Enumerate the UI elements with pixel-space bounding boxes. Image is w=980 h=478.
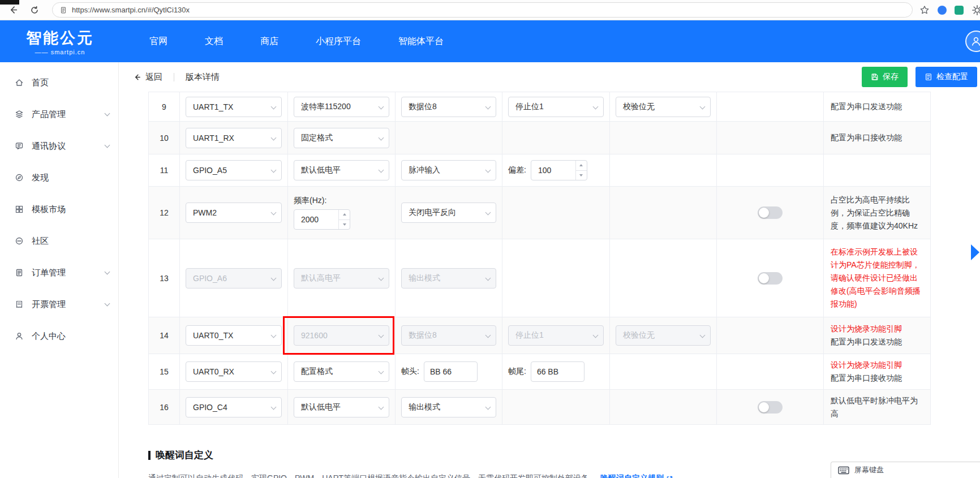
sidebar-item-orders[interactable]: 订单管理: [0, 257, 118, 288]
increment-button[interactable]: [339, 210, 350, 219]
table-row: 15 UART0_RX 配置格式 帧头: 帧尾:: [149, 354, 930, 390]
logo-subtitle: —— smartpi.cn: [35, 49, 85, 55]
pin-select[interactable]: UART0_RX: [186, 361, 282, 382]
document-check-icon: [925, 73, 932, 81]
level-invert-select[interactable]: 关闭电平反向: [401, 203, 496, 223]
chevron-down-icon: [485, 275, 491, 281]
toggle-switch[interactable]: [758, 401, 783, 414]
panel-expand-arrow[interactable]: [971, 244, 979, 260]
chevron-down-icon: [379, 404, 384, 410]
select-value: 输出模式: [409, 402, 482, 412]
pin-select[interactable]: UART0_TX: [186, 325, 282, 346]
chevron-down-icon: [485, 333, 491, 338]
sidebar-item-community[interactable]: 社区: [0, 225, 118, 257]
row-description: 默认低电平时脉冲电平为高: [831, 394, 925, 420]
sidebar-item-invoices[interactable]: 开票管理: [0, 288, 118, 320]
pin-select[interactable]: UART1_TX: [186, 97, 282, 117]
frame-tail-input[interactable]: [531, 361, 584, 382]
user-avatar[interactable]: [965, 31, 980, 52]
decrement-button[interactable]: [576, 170, 587, 180]
frame-head-input[interactable]: [424, 361, 478, 382]
pin-cell: UART1_RX: [180, 122, 288, 154]
settings-gear-icon[interactable]: [972, 5, 980, 16]
document-icon: [15, 268, 24, 277]
databits-select[interactable]: 数据位8: [401, 97, 496, 117]
chevron-down-icon: [379, 275, 384, 281]
nav-item-docs[interactable]: 文档: [205, 36, 223, 48]
increment-button[interactable]: [576, 161, 587, 170]
pin-select[interactable]: GPIO_A5: [186, 160, 282, 180]
pin-select: GPIO_A6: [186, 268, 282, 288]
stopbits-select[interactable]: 停止位1: [508, 97, 604, 117]
mode-cell: 输出模式: [396, 390, 502, 425]
sidebar-item-template-market[interactable]: 模板市场: [0, 193, 118, 225]
screen-keyboard-widget[interactable]: 屏幕键盘: [831, 462, 980, 478]
pin-select[interactable]: PWM2: [186, 203, 282, 223]
window-corner: [0, 0, 19, 5]
chevron-down-icon: [271, 167, 277, 173]
empty-cell: [717, 317, 824, 354]
format-cell: 配置格式: [288, 354, 396, 389]
wake-rules-link[interactable]: 唤醒词自定义规则: [600, 473, 673, 478]
sidebar-item-protocol[interactable]: 通讯协议: [0, 130, 118, 162]
chevron-down-icon: [271, 104, 277, 109]
format-select[interactable]: 固定格式: [294, 128, 389, 148]
back-link[interactable]: 返回: [133, 72, 162, 83]
sidebar-item-discover[interactable]: 发现: [0, 162, 118, 193]
browser-refresh-button[interactable]: [26, 2, 43, 19]
toggle-switch[interactable]: [758, 272, 783, 285]
default-level-select[interactable]: 默认低电平: [294, 397, 389, 417]
format-select[interactable]: 配置格式: [294, 361, 389, 382]
toggle-cell: [717, 390, 824, 425]
nav-item-official[interactable]: 官网: [149, 36, 167, 48]
extension-icon-green[interactable]: [955, 6, 964, 15]
baud-select[interactable]: 波特率115200: [294, 97, 389, 117]
site-logo[interactable]: 智能公元 —— smartpi.cn: [0, 28, 120, 55]
caret-up-icon: [579, 164, 583, 166]
mode-cell: 输出模式: [396, 239, 502, 317]
desc-cell: 设计为烧录功能引脚 配置为串口接收功能: [824, 354, 931, 389]
sidebar-item-label: 发现: [32, 173, 109, 183]
offset-number-input[interactable]: [531, 160, 587, 180]
save-button[interactable]: 保存: [862, 67, 908, 87]
sidebar-item-products[interactable]: 产品管理: [0, 98, 118, 130]
default-level-select[interactable]: 默认低电平: [294, 160, 389, 180]
pin-cell: GPIO_C4: [180, 390, 288, 425]
empty-cell: [610, 154, 717, 186]
extension-icon-blue[interactable]: [938, 6, 947, 15]
pin-select[interactable]: GPIO_C4: [186, 397, 282, 417]
pulse-mode-select[interactable]: 脉冲输入: [401, 160, 496, 180]
nav-item-miniprogram[interactable]: 小程序平台: [316, 36, 361, 48]
sidebar-item-label: 开票管理: [32, 299, 97, 310]
nav-item-agent-platform[interactable]: 智能体平台: [398, 36, 444, 48]
sidebar-item-profile[interactable]: 个人中心: [0, 320, 118, 352]
table-row: 16 GPIO_C4 默认低电平 输出模式 默认低电平时脉冲电平为高: [149, 390, 930, 425]
offset-label: 偏差:: [508, 165, 526, 175]
nav-item-store[interactable]: 商店: [260, 36, 278, 48]
parity-select[interactable]: 校验位无: [616, 97, 711, 117]
chevron-down-icon: [271, 135, 277, 140]
address-bar[interactable]: https://www.smartpi.cn/#/QytlCi130x: [52, 2, 913, 18]
chevron-down-icon: [105, 269, 110, 274]
decrement-button[interactable]: [339, 219, 350, 230]
select-value: 输出模式: [409, 273, 482, 283]
level-cell: 默认低电平: [288, 390, 396, 425]
empty-cell: [610, 239, 717, 317]
output-mode-select[interactable]: 输出模式: [401, 397, 496, 417]
row-number: 13: [149, 239, 180, 317]
check-config-button[interactable]: 检查配置: [915, 67, 977, 87]
bookmark-star-icon[interactable]: [919, 5, 930, 15]
sidebar-item-home[interactable]: 首页: [0, 67, 118, 98]
arrow-left-icon: [8, 5, 18, 15]
row-description: 配置为串口接收功能: [831, 372, 902, 385]
level-cell: 默认低电平: [288, 154, 396, 186]
select-value: GPIO_C4: [193, 403, 268, 412]
browser-actions: [919, 5, 980, 16]
pin-select[interactable]: UART1_RX: [186, 128, 282, 148]
frequency-number-input[interactable]: [294, 209, 350, 230]
toggle-switch[interactable]: [758, 206, 783, 219]
offset-value-input[interactable]: [531, 161, 575, 180]
frequency-value-input[interactable]: [294, 210, 338, 229]
chevron-down-icon: [271, 275, 277, 281]
level-cell: 默认高电平: [288, 239, 396, 317]
